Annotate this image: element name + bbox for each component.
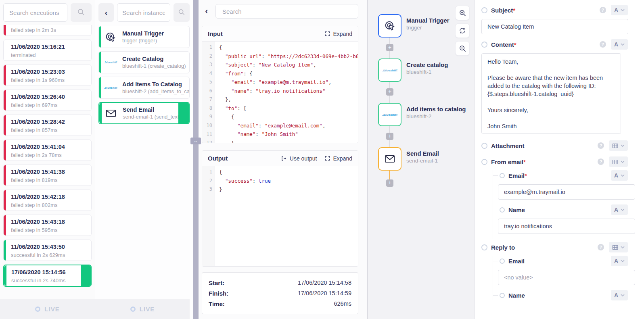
from-email-type-selector[interactable] bbox=[609, 156, 628, 167]
line-content: "public_url": "https://2dc6233d-069e-4bb… bbox=[215, 52, 358, 61]
connector-circle-icon[interactable] bbox=[481, 143, 487, 149]
live-ring-icon bbox=[130, 306, 136, 312]
content-type-selector[interactable]: A bbox=[611, 39, 628, 50]
execution-card[interactable]: 17/06/2020 15:14:56 successful in 2s 740… bbox=[3, 265, 92, 287]
search-executions-input[interactable] bbox=[3, 3, 67, 22]
expand-output-button[interactable]: Expand bbox=[324, 155, 352, 162]
search-detail-input[interactable] bbox=[215, 4, 358, 19]
email-icon bbox=[105, 108, 117, 118]
connector-circle-icon[interactable] bbox=[500, 207, 505, 213]
connector-circle-icon[interactable] bbox=[481, 7, 487, 13]
line-number: 3 bbox=[202, 185, 215, 194]
splitter-drag-handle[interactable]: ↔ bbox=[190, 138, 201, 144]
back-button[interactable]: ‹ bbox=[202, 6, 211, 17]
code-line: 5 "email": "example@m.traymail.io", bbox=[202, 78, 358, 87]
add-step-button[interactable]: + bbox=[386, 179, 393, 187]
line-number: 5 bbox=[202, 78, 215, 87]
zoom-out-button[interactable] bbox=[455, 41, 470, 56]
add-step-button[interactable]: + bbox=[386, 133, 393, 140]
attachment-type-selector[interactable] bbox=[609, 140, 628, 151]
expand-input-button[interactable]: Expand bbox=[324, 31, 352, 37]
step-card[interactable]: .blueshift Add Items To Catalog blueshif… bbox=[98, 77, 190, 99]
from-email-email-input[interactable] bbox=[498, 184, 635, 200]
line-number: 1 bbox=[202, 43, 215, 52]
execution-card[interactable]: 11/06/2020 15:28:42 failed step in 857ms bbox=[3, 115, 92, 136]
from-email-name-row: Name A bbox=[493, 204, 628, 215]
execution-card[interactable]: 11/06/2020 15:41:38 failed step in 819ms bbox=[3, 165, 92, 186]
step-subtitle: trigger (trigger) bbox=[122, 38, 164, 44]
help-icon[interactable]: ? bbox=[598, 142, 604, 149]
manual-trigger-icon bbox=[384, 20, 396, 32]
step-subtitle: blueshift-2 (add_items_to_cat… bbox=[122, 88, 177, 94]
collapse-panel-button[interactable]: ‹ bbox=[98, 3, 114, 22]
email-type-selector[interactable]: A bbox=[611, 170, 628, 181]
reply-to-email-input[interactable] bbox=[498, 270, 635, 285]
output-json-code[interactable]: 1{ 2 "success": true 3} bbox=[202, 166, 358, 194]
execution-card[interactable]: 11/06/2020 15:43:18 failed step in 595ms bbox=[3, 215, 92, 236]
connector-circle-icon[interactable] bbox=[500, 259, 505, 264]
line-number: 9 bbox=[202, 113, 215, 121]
blueshift-logo: .blueshift bbox=[382, 113, 397, 117]
steps-list: Manual Trigger trigger (trigger) .bluesh… bbox=[95, 25, 190, 124]
name-type-selector[interactable]: A bbox=[611, 204, 628, 215]
connector-circle-icon[interactable] bbox=[500, 293, 505, 298]
help-icon[interactable]: ? bbox=[598, 244, 604, 250]
execution-status: failed step in 857ms bbox=[11, 127, 86, 133]
execution-card[interactable]: 11/06/2020 15:23:03 failed step in 1s 96… bbox=[3, 65, 92, 86]
workflow-node[interactable]: .blueshift bbox=[378, 58, 401, 82]
line-number: 2 bbox=[202, 52, 215, 61]
connector-circle-icon[interactable] bbox=[481, 244, 487, 250]
steps-live-toggle[interactable]: LIVE bbox=[95, 299, 190, 319]
reply-to-label: Reply to bbox=[491, 244, 515, 251]
workflow-node[interactable] bbox=[378, 147, 401, 171]
text-type-icon: A bbox=[614, 172, 618, 179]
step-card[interactable]: .blueshift Create Catalog blueshift-1 (c… bbox=[98, 51, 190, 73]
search-instance-button[interactable] bbox=[174, 3, 190, 22]
execution-card[interactable]: 11/06/2020 15:41:04 failed step in 2s 78… bbox=[3, 140, 92, 161]
execution-card[interactable]: 11/06/2020 15:43:50 successful in 2s 629… bbox=[3, 240, 92, 261]
execution-status: failed step in 1s 960ms bbox=[11, 77, 86, 83]
search-icon bbox=[178, 8, 185, 17]
help-icon[interactable]: ? bbox=[598, 158, 604, 165]
content-label: Content bbox=[491, 41, 514, 48]
help-icon[interactable]: ? bbox=[600, 7, 606, 13]
execution-card[interactable]: 11/06/2020 15:16:21 terminated bbox=[3, 40, 92, 61]
workflow-node-subtitle: send-email-1 bbox=[406, 158, 473, 164]
add-step-button[interactable]: + bbox=[386, 88, 393, 96]
execution-card[interactable]: 11/06/2020 15:26:40 failed step in 697ms bbox=[3, 90, 92, 111]
execution-card[interactable]: 11/06/2020 15:42:18 failed step in 802ms bbox=[3, 190, 92, 211]
reply-to-type-selector[interactable] bbox=[609, 242, 628, 252]
workflow-node-title: Manual Trigger bbox=[406, 17, 473, 24]
workflow-node-subtitle: blueshift-2 bbox=[406, 113, 473, 119]
add-step-button[interactable]: + bbox=[386, 44, 393, 51]
line-content: "name": "tray.io notifications" bbox=[215, 87, 325, 96]
chevron-down-icon bbox=[621, 9, 625, 11]
workflow-node[interactable]: .blueshift bbox=[378, 103, 401, 126]
use-output-button[interactable]: Use output bbox=[280, 155, 317, 162]
connector-circle-icon[interactable] bbox=[481, 42, 487, 48]
step-card[interactable]: Send Email send-email-1 (send_text_… bbox=[98, 102, 190, 124]
panel-splitter[interactable]: ↔ bbox=[193, 0, 199, 319]
line-content: { bbox=[215, 168, 222, 177]
execution-timestamp bbox=[11, 25, 86, 26]
name-type-selector[interactable]: A bbox=[611, 290, 628, 300]
email-type-selector[interactable]: A bbox=[611, 256, 628, 266]
step-card[interactable]: Manual Trigger trigger (trigger) bbox=[98, 26, 190, 48]
executions-live-toggle[interactable]: LIVE bbox=[0, 299, 95, 319]
subject-type-selector[interactable]: A bbox=[611, 5, 628, 15]
from-email-name-input[interactable] bbox=[498, 219, 635, 234]
content-textarea[interactable]: Hello Team, Please be aware that the new… bbox=[481, 53, 621, 134]
search-executions-button[interactable] bbox=[71, 3, 92, 22]
line-content: "from": { bbox=[215, 69, 253, 78]
subject-input[interactable] bbox=[481, 19, 628, 34]
chevron-down-icon bbox=[621, 208, 625, 211]
connector-circle-icon[interactable] bbox=[500, 173, 505, 178]
workflow-canvas[interactable]: Manual Trigger trigger + .blueshift Crea… bbox=[367, 0, 475, 319]
execution-card[interactable]: failed step in 2m 3s bbox=[3, 25, 92, 36]
connector-circle-icon[interactable] bbox=[481, 159, 487, 165]
workflow-node[interactable] bbox=[378, 14, 401, 38]
input-json-code[interactable]: 1{ 2 "public_url": "https://2dc6233d-069… bbox=[202, 42, 358, 143]
line-number: 3 bbox=[202, 60, 215, 69]
help-icon[interactable]: ? bbox=[600, 41, 606, 48]
search-instance-input[interactable] bbox=[117, 3, 170, 22]
